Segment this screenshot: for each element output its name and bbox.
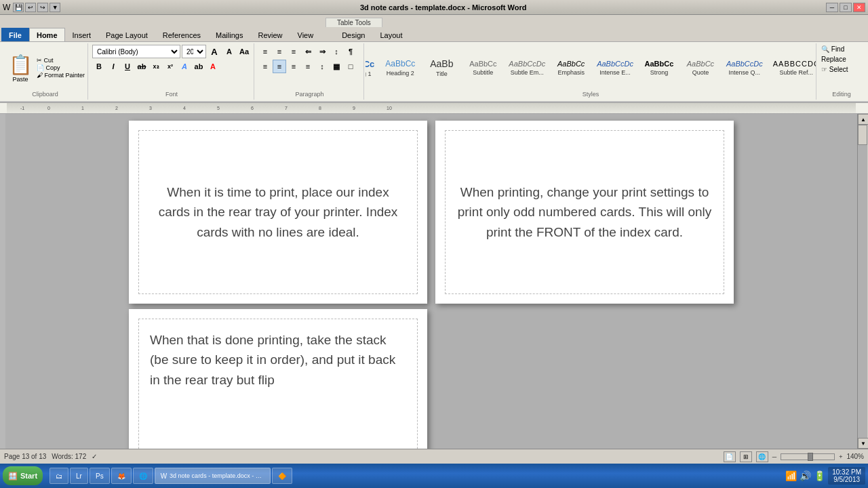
style-h1-preview: AaBbCc xyxy=(366,59,374,69)
zoom-out-btn[interactable]: ─ xyxy=(772,453,776,460)
minimize-btn[interactable]: ─ xyxy=(826,3,838,12)
scroll-track[interactable] xyxy=(858,125,867,438)
taskbar-ps[interactable]: Ps xyxy=(90,468,110,484)
close-btn[interactable]: ✕ xyxy=(853,3,865,12)
taskbar-lr[interactable]: Lr xyxy=(70,468,88,484)
restore-btn[interactable]: □ xyxy=(840,3,852,12)
clear-format-btn[interactable]: Aa xyxy=(237,45,251,58)
underline-btn[interactable]: U xyxy=(121,60,134,73)
style-title[interactable]: AaBb Title xyxy=(421,49,462,87)
battery-tray-icon[interactable]: 🔋 xyxy=(814,470,825,481)
clock[interactable]: 10:32 PM 9/5/2013 xyxy=(828,467,865,485)
vlc-icon: 🔶 xyxy=(278,472,286,480)
font-color-btn[interactable]: A xyxy=(206,60,220,73)
taskbar-explorer[interactable]: 🗂 xyxy=(50,468,68,484)
tab-references[interactable]: References xyxy=(155,28,208,41)
font-name-select[interactable]: Calibri (Body) xyxy=(92,45,180,58)
taskbar-word[interactable]: W 3d note cards - template.docx - Micros… xyxy=(155,468,271,484)
align-center-btn[interactable]: ≡ xyxy=(273,60,286,73)
decrease-indent-btn[interactable]: ⇐ xyxy=(301,45,315,58)
increase-indent-btn[interactable]: ⇒ xyxy=(315,45,329,58)
main-window: W 💾 ↩ ↪ ▼ 3d note cards - template.docx … xyxy=(0,0,868,488)
style-quote[interactable]: AaBbCc Quote xyxy=(680,49,721,87)
align-right-btn[interactable]: ≡ xyxy=(287,60,300,73)
cut-btn[interactable]: ✂ Cut xyxy=(37,57,85,64)
style-emphasis[interactable]: AaBbCc Emphasis xyxy=(551,49,591,87)
italic-btn[interactable]: I xyxy=(106,60,120,73)
find-btn[interactable]: 🔍 Find xyxy=(821,45,863,54)
network-tray-icon[interactable]: 📶 xyxy=(785,470,797,481)
card-page-3: When that is done printing, take the sta… xyxy=(129,309,427,449)
tab-home[interactable]: Home xyxy=(29,28,65,41)
save-quick-btn[interactable]: 💾 xyxy=(13,3,24,12)
taskbar-vlc[interactable]: 🔶 xyxy=(272,468,292,484)
tab-review[interactable]: Review xyxy=(250,28,290,41)
tab-insert[interactable]: Insert xyxy=(65,28,99,41)
text-effects-btn[interactable]: A xyxy=(178,60,191,73)
redo-quick-btn[interactable]: ↪ xyxy=(37,3,48,12)
bold-btn[interactable]: B xyxy=(92,60,106,73)
replace-btn[interactable]: Replace xyxy=(821,55,863,64)
zoom-thumb[interactable] xyxy=(808,453,813,461)
tab-page-layout[interactable]: Page Layout xyxy=(98,28,155,41)
firefox-icon: 🦊 xyxy=(117,472,125,480)
index-card-1[interactable]: When it is time to print, place our inde… xyxy=(138,130,418,294)
zoom-in-btn[interactable]: + xyxy=(839,453,842,460)
style-strong[interactable]: AaBbCc Strong xyxy=(639,49,679,87)
tab-file[interactable]: File xyxy=(1,28,29,41)
style-subtle-ref[interactable]: AaBbCcDc Subtle Ref... xyxy=(768,49,816,87)
spell-check-icon[interactable]: ✓ xyxy=(92,453,97,460)
show-marks-btn[interactable]: ¶ xyxy=(344,45,357,58)
style-subtle-em[interactable]: AaBbCcDc Subtle Em... xyxy=(504,49,550,87)
ruler-track: -1 0 1 2 3 4 5 6 7 8 9 10 xyxy=(7,103,856,113)
superscript-btn[interactable]: x² xyxy=(163,60,177,73)
bullets-btn[interactable]: ≡ xyxy=(258,45,272,58)
font-shrink-btn[interactable]: A xyxy=(222,45,236,58)
select-btn[interactable]: ☞ Select xyxy=(821,65,863,74)
shading-btn[interactable]: ▦ xyxy=(330,60,343,73)
taskbar-firefox[interactable]: 🦊 xyxy=(111,468,132,484)
tab-view[interactable]: View xyxy=(290,28,321,41)
word-icon[interactable]: W xyxy=(3,3,10,12)
multilevel-list-btn[interactable]: ≡ xyxy=(287,45,300,58)
index-card-3[interactable]: When that is done printing, take the sta… xyxy=(138,319,418,449)
style-heading1[interactable]: AaBbCc Heading 1 xyxy=(366,49,379,87)
volume-tray-icon[interactable]: 🔊 xyxy=(800,470,811,481)
undo-quick-btn[interactable]: ↩ xyxy=(25,3,36,12)
taskbar-chrome[interactable]: 🌐 xyxy=(133,468,153,484)
style-subtitle[interactable]: AaBbCc Subtitle xyxy=(462,49,503,87)
scroll-thumb[interactable] xyxy=(858,125,867,145)
chrome-icon: 🌐 xyxy=(139,472,147,480)
tab-design[interactable]: Design xyxy=(334,28,372,41)
view-fullscreen-btn[interactable]: ⊞ xyxy=(740,451,752,462)
text-highlight-btn[interactable]: ab xyxy=(192,60,205,73)
scroll-up-btn[interactable]: ▲ xyxy=(858,114,868,125)
customize-quick-btn[interactable]: ▼ xyxy=(50,3,60,12)
font-size-select[interactable]: 20 xyxy=(182,45,206,58)
paste-btn[interactable]: 📋 Paste xyxy=(5,54,35,83)
tab-mailings[interactable]: Mailings xyxy=(208,28,250,41)
strikethrough-btn[interactable]: ab xyxy=(135,60,149,73)
line-spacing-btn[interactable]: ↕ xyxy=(315,60,329,73)
borders-btn[interactable]: □ xyxy=(344,60,357,73)
font-grow-btn[interactable]: A xyxy=(208,45,221,58)
sort-btn[interactable]: ↕ xyxy=(330,45,343,58)
numbering-btn[interactable]: ≡ xyxy=(273,45,286,58)
align-left-btn[interactable]: ≡ xyxy=(258,60,272,73)
scroll-down-btn[interactable]: ▼ xyxy=(858,438,868,449)
index-card-2[interactable]: When printing, change your print setting… xyxy=(445,130,724,294)
start-button[interactable]: 🪟 Start xyxy=(3,466,43,485)
tab-layout[interactable]: Layout xyxy=(372,28,410,41)
copy-btn[interactable]: 📄 Copy xyxy=(37,64,85,71)
view-web-btn[interactable]: 🌐 xyxy=(756,451,768,462)
justify-btn[interactable]: ≡ xyxy=(301,60,315,73)
editing-group: 🔍 Find Replace ☞ Select Editing xyxy=(818,43,865,100)
zoom-slider[interactable] xyxy=(781,453,835,460)
style-heading2[interactable]: AaBbCc Heading 2 xyxy=(380,49,420,87)
format-painter-btn[interactable]: 🖌 Format Painter xyxy=(37,72,85,79)
subscript-btn[interactable]: x₂ xyxy=(149,60,163,73)
view-print-btn[interactable]: 📄 xyxy=(724,451,736,462)
style-intense-e[interactable]: AaBbCcDc Intense E... xyxy=(592,49,638,87)
styles-group-label: Styles xyxy=(368,91,813,98)
style-intense-q[interactable]: AaBbCcDc Intense Q... xyxy=(722,49,768,87)
